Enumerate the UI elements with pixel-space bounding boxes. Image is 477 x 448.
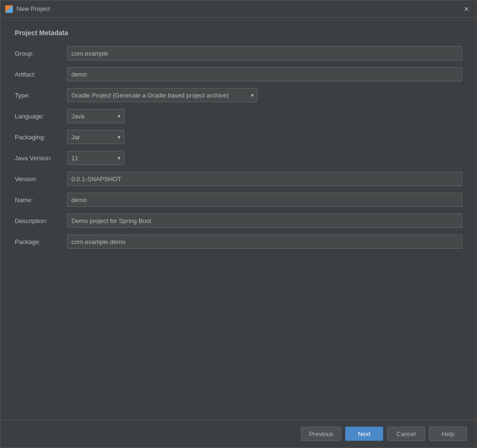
- description-row: Description:: [15, 214, 462, 228]
- type-select-wrapper: Gradle Project (Generate a Gradle based …: [67, 88, 258, 102]
- dialog-content: Project Metadata Group: Artifact: Type: …: [0, 18, 477, 419]
- cancel-button[interactable]: Cancel: [387, 427, 425, 441]
- packaging-label: Packaging:: [15, 134, 67, 141]
- version-input[interactable]: [67, 172, 462, 186]
- java-version-row: Java Version: 8 11 17 21 ▼: [15, 151, 462, 165]
- package-input[interactable]: [67, 234, 462, 249]
- java-version-select[interactable]: 8 11 17 21: [67, 151, 124, 165]
- new-project-dialog: New Project ✕ Project Metadata Group: Ar…: [0, 0, 477, 448]
- name-label: Name:: [15, 196, 67, 204]
- packaging-select[interactable]: Jar War: [67, 130, 124, 144]
- version-label: Version:: [15, 175, 67, 183]
- description-input[interactable]: [67, 214, 462, 228]
- java-version-label: Java Version:: [15, 155, 67, 162]
- type-select[interactable]: Gradle Project (Generate a Gradle based …: [67, 88, 258, 102]
- package-label: Package:: [15, 238, 67, 245]
- packaging-row: Packaging: Jar War ▼: [15, 130, 462, 144]
- description-label: Description:: [15, 217, 67, 224]
- artifact-row: Artifact:: [15, 67, 462, 81]
- group-label: Group:: [15, 50, 67, 57]
- language-label: Language:: [15, 113, 67, 120]
- type-label: Type:: [15, 92, 67, 99]
- artifact-label: Artifact:: [15, 71, 67, 78]
- group-input[interactable]: [67, 46, 462, 60]
- language-row: Language: Java Kotlin Groovy ▼: [15, 109, 462, 123]
- title-bar: New Project ✕: [0, 0, 477, 18]
- dialog-footer: Previous Next Cancel Help: [0, 419, 477, 448]
- name-row: Name:: [15, 193, 462, 207]
- package-row: Package:: [15, 234, 462, 249]
- group-row: Group:: [15, 46, 462, 60]
- artifact-input[interactable]: [67, 67, 462, 81]
- name-input[interactable]: [67, 193, 462, 207]
- app-icon: [5, 5, 13, 13]
- version-row: Version:: [15, 172, 462, 186]
- close-button[interactable]: ✕: [461, 4, 472, 14]
- java-version-select-wrapper: 8 11 17 21 ▼: [67, 151, 124, 165]
- help-button[interactable]: Help: [429, 427, 467, 441]
- section-title: Project Metadata: [15, 29, 462, 37]
- packaging-select-wrapper: Jar War ▼: [67, 130, 124, 144]
- type-row: Type: Gradle Project (Generate a Gradle …: [15, 88, 462, 102]
- title-bar-left: New Project: [5, 5, 50, 13]
- previous-button[interactable]: Previous: [301, 427, 341, 441]
- language-select-wrapper: Java Kotlin Groovy ▼: [67, 109, 124, 123]
- window-title: New Project: [17, 5, 50, 12]
- language-select[interactable]: Java Kotlin Groovy: [67, 109, 124, 123]
- next-button[interactable]: Next: [345, 427, 383, 441]
